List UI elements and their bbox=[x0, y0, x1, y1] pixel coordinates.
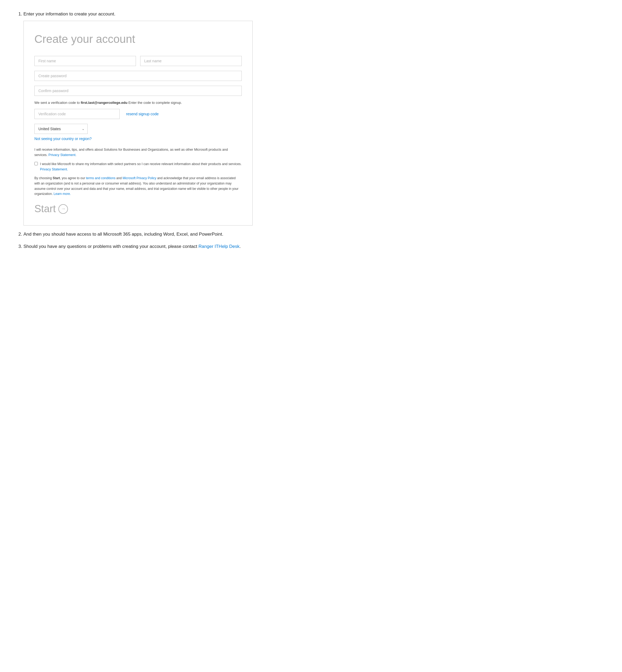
arrow-circle-icon: → bbox=[58, 204, 68, 214]
last-name-input[interactable] bbox=[140, 56, 242, 66]
step-4: And then you should have access to all M… bbox=[24, 231, 606, 238]
terms-conditions-link[interactable]: terms and conditions bbox=[86, 176, 115, 180]
legal-text-1: By choosing bbox=[34, 176, 53, 180]
verification-code-input[interactable] bbox=[34, 109, 120, 119]
microsoft-privacy-link[interactable]: Microsoft Privacy Policy bbox=[123, 176, 157, 180]
country-region-link[interactable]: Not seeing your country or region? bbox=[34, 136, 242, 142]
legal-start-bold: Start bbox=[53, 176, 60, 180]
verification-text-after: Enter the code to complete signup. bbox=[127, 101, 182, 105]
create-password-input[interactable] bbox=[34, 71, 242, 81]
step-3-label: Enter your information to create your ac… bbox=[24, 11, 115, 16]
step-3: Enter your information to create your ac… bbox=[24, 11, 606, 225]
resend-signup-code-link[interactable]: resend signup code bbox=[126, 111, 159, 117]
step-5-text-after: . bbox=[240, 244, 241, 249]
form-title: Create your account bbox=[34, 31, 242, 47]
verification-info: We sent a verification code to first.las… bbox=[34, 100, 242, 105]
confirm-password-input[interactable] bbox=[34, 86, 242, 96]
legal-text-3: and bbox=[115, 176, 123, 180]
verification-text-before: We sent a verification code to bbox=[34, 101, 81, 105]
info-paragraph: I will receive information, tips, and of… bbox=[34, 147, 242, 158]
country-select[interactable]: United States bbox=[34, 124, 88, 134]
learn-more-link[interactable]: Learn more. bbox=[54, 192, 71, 196]
step-5-text-before: Should you have any questions or problem… bbox=[24, 244, 199, 249]
legal-paragraph: By choosing Start, you agree to our term… bbox=[34, 176, 242, 197]
partner-share-checkbox-row: I would like Microsoft to share my infor… bbox=[34, 161, 242, 172]
start-button[interactable]: Start → bbox=[34, 203, 68, 215]
ranger-ithelp-link[interactable]: Ranger ITHelp Desk bbox=[199, 244, 240, 249]
first-name-input[interactable] bbox=[34, 56, 136, 66]
info-privacy-link[interactable]: Privacy Statement. bbox=[48, 153, 76, 157]
verification-email: first.last@rangercollege.edu bbox=[81, 101, 127, 105]
step-5: Should you have any questions or problem… bbox=[24, 243, 606, 250]
step-4-text: And then you should have access to all M… bbox=[24, 232, 223, 237]
partner-share-checkbox[interactable] bbox=[34, 162, 38, 165]
checkbox-label-text: I would like Microsoft to share my infor… bbox=[40, 161, 242, 172]
checkbox-privacy-link[interactable]: Privacy Statement. bbox=[40, 167, 68, 171]
start-button-label: Start bbox=[34, 203, 56, 215]
legal-text-2: , you agree to our bbox=[60, 176, 86, 180]
